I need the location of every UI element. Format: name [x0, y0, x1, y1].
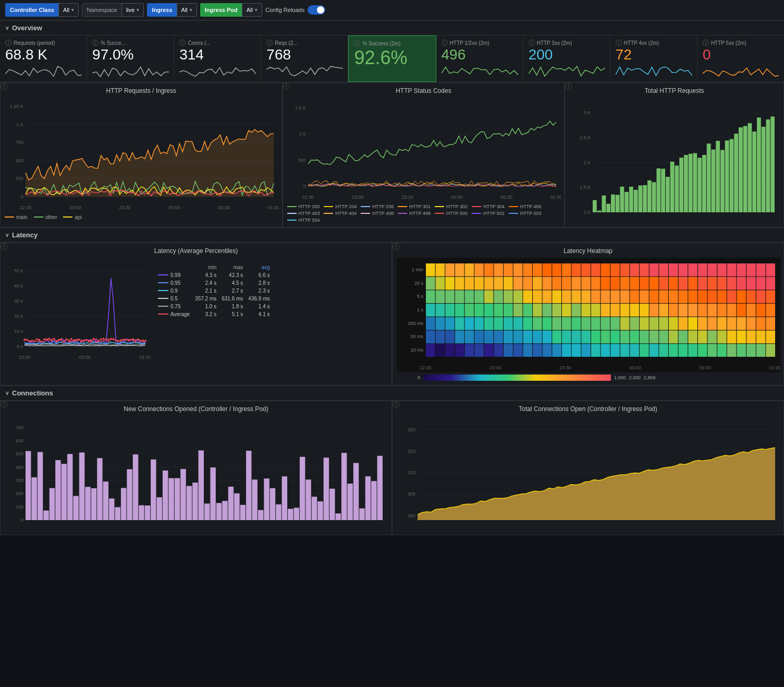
sparkline-http-12xx — [442, 65, 518, 78]
latency-section-header[interactable]: ∨ Latency — [0, 227, 784, 243]
legend-http403: HTTP 403 — [287, 211, 320, 216]
info-icon-5[interactable]: i — [354, 40, 360, 46]
connections-section-label: Connections — [12, 389, 53, 397]
chart-title-http-requests: HTTP Requests / Ingress — [5, 87, 278, 94]
stat-cards-row: i Requests (period) 68.8 K i % Succe... … — [0, 35, 784, 82]
stat-value-http-12xx: 496 — [442, 47, 518, 63]
latency-col-max: max — [219, 264, 245, 271]
stat-title-requests-period: i Requests (period) — [5, 40, 81, 46]
info-icon-4[interactable]: i — [266, 40, 273, 46]
chart-info-icon-3[interactable]: i — [565, 83, 572, 90]
stat-value-conns: 314 — [179, 47, 255, 63]
latency-row-avg: Average 3.2 s5.1 s4.1 s — [156, 311, 272, 318]
stat-card-requests-period: i Requests (period) 68.8 K — [0, 35, 87, 82]
sparkline-http-5xx — [703, 65, 779, 78]
latency-row-099: 0.99 4.3 s42.3 s6.6 s — [156, 272, 272, 279]
config-reloads-label: Config Reloads — [265, 7, 304, 13]
info-icon-2[interactable]: i — [92, 40, 99, 46]
sparkline-reqs — [266, 65, 343, 78]
stat-title-http-5xx: i HTTP 5xx (2m) — [703, 40, 779, 46]
chart-title-status-codes: HTTP Status Codes — [287, 87, 560, 94]
latency-col-avg: avg — [246, 264, 272, 271]
stat-card-http-4xx: i HTTP 4xx (2m) 72 — [610, 35, 697, 82]
colorbar-1000: 1,000 — [614, 375, 626, 380]
sparkline-success-pct — [92, 65, 169, 78]
filter-ingress-pod-value[interactable]: All ▾ — [242, 3, 262, 17]
chart-info-icon-6[interactable]: i — [1, 401, 7, 408]
chart-info-icon-4[interactable]: i — [1, 243, 7, 250]
latency-section-label: Latency — [12, 231, 38, 239]
legend-http404: HTTP 404 — [324, 211, 357, 216]
stat-card-success-pct: i % Succe... 97.0% — [87, 35, 174, 82]
overview-charts-row: i HTTP Requests / Ingress main other api… — [0, 82, 784, 227]
info-icon-7[interactable]: i — [529, 40, 535, 46]
legend-http304: HTTP 304 — [472, 204, 505, 209]
stat-value-http-3xx: 200 — [529, 47, 605, 63]
info-icon-8[interactable]: i — [616, 40, 622, 46]
connections-chevron-icon: ∨ — [5, 390, 9, 396]
latency-col-min: min — [193, 264, 218, 271]
colorbar-max: 2,869 — [644, 375, 656, 380]
filter-ingress[interactable]: Ingress All ▾ — [147, 3, 197, 17]
latency-legend-table: min max avg 0.99 4.3 s42.3 s6.6 s 0.95 2… — [155, 263, 273, 319]
stat-value-requests-period: 68.8 K — [5, 47, 81, 63]
legend-item-1: main — [5, 214, 28, 220]
colorbar-min: 0 — [418, 375, 420, 380]
canvas-total-http-requests — [569, 98, 780, 223]
chart-total-connections: i Total Connections Open (Controller / I… — [392, 401, 784, 535]
filter-namespace-label: Namespace — [82, 3, 121, 17]
legend-status-codes: HTTP 200 HTTP 204 HTTP 206 HTTP 301 HTTP… — [287, 204, 560, 223]
latency-row-095: 0.95 2.4 s4.5 s2.8 s — [156, 280, 272, 286]
stat-value-reqs: 768 — [266, 47, 342, 63]
canvas-latency-heatmap — [397, 258, 780, 372]
filter-namespace[interactable]: Namespace live ▾ — [82, 3, 144, 17]
chart-info-icon-7[interactable]: i — [393, 401, 399, 408]
canvas-latency-percentiles — [5, 258, 151, 362]
legend-http301: HTTP 301 — [398, 204, 431, 209]
filter-controller-class-label: Controller Class — [5, 3, 58, 17]
toggle-button[interactable] — [308, 5, 325, 15]
legend-http302: HTTP 302 — [435, 204, 468, 209]
chart-info-icon-1[interactable]: i — [1, 83, 7, 90]
canvas-http-status-codes — [287, 98, 561, 202]
overview-section-header[interactable]: ∨ Overview — [0, 20, 784, 35]
stat-value-http-5xx: 0 — [703, 47, 779, 63]
overview-chevron-icon: ∨ — [5, 25, 9, 31]
info-icon-3[interactable]: i — [179, 40, 186, 46]
chart-latency-heatmap: i Latency Heatmap 0 1,000 2,000 2,869 — [392, 243, 784, 385]
topbar: Controller Class All ▾ Namespace live ▾ … — [0, 0, 784, 20]
chart-info-icon-5[interactable]: i — [393, 243, 399, 250]
stat-title-http-12xx: i HTTP 1/2xx (2m) — [442, 40, 518, 46]
connections-section-header[interactable]: ∨ Connections — [0, 385, 784, 401]
filter-ingress-pod[interactable]: Ingress Pod All ▾ — [200, 3, 262, 17]
filter-controller-class-value[interactable]: All ▾ — [58, 3, 79, 17]
legend-http499: HTTP 499 — [398, 211, 431, 216]
stat-title-reqs: i Reqs (2... — [266, 40, 342, 46]
filter-namespace-value[interactable]: live ▾ — [121, 3, 144, 17]
chart-title-new-connections: New Connections Opened (Controller / Ing… — [5, 405, 387, 413]
legend-http408: HTTP 408 — [361, 211, 394, 216]
latency-chevron-icon: ∨ — [5, 232, 9, 238]
filter-ingress-value[interactable]: All ▾ — [177, 3, 197, 17]
config-reloads-toggle[interactable]: Config Reloads — [265, 5, 325, 15]
stat-card-http-12xx: i HTTP 1/2xx (2m) 496 — [436, 35, 523, 82]
canvas-total-connections — [397, 416, 780, 531]
legend-http-requests: main other api — [5, 214, 278, 220]
chart-info-icon-2[interactable]: i — [283, 83, 290, 90]
connections-charts-row: i New Connections Opened (Controller / I… — [0, 401, 784, 535]
colorbar-canvas — [423, 375, 611, 381]
chart-new-connections: i New Connections Opened (Controller / I… — [0, 401, 392, 535]
info-icon-9[interactable]: i — [703, 40, 709, 46]
stat-value-http-4xx: 72 — [616, 47, 692, 63]
chart-total-http-requests: i Total HTTP Requests — [565, 82, 784, 227]
latency-row-090: 0.9 2.1 s2.7 s2.3 s — [156, 287, 272, 294]
info-icon[interactable]: i — [5, 40, 11, 46]
stat-card-success-2m: i % Success (2m) 92.6% — [348, 35, 436, 82]
filter-controller-class[interactable]: Controller Class All ▾ — [5, 3, 79, 17]
canvas-http-requests-ingress — [5, 98, 279, 212]
latency-row-050: 0.5 357.2 ms631.6 ms436.9 ms — [156, 295, 272, 302]
sparkline-conns — [179, 65, 256, 78]
filter-ingress-pod-label: Ingress Pod — [200, 3, 242, 17]
info-icon-6[interactable]: i — [442, 40, 448, 46]
stat-title-http-3xx: i HTTP 3xx (2m) — [529, 40, 605, 46]
